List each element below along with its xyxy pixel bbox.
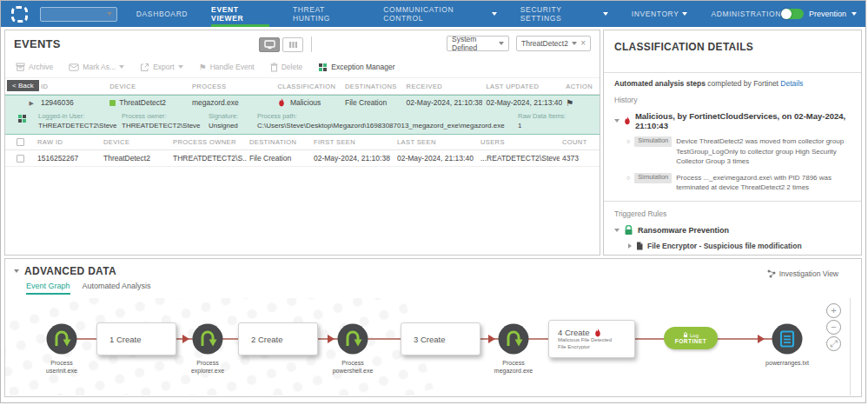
tab-automated-analysis[interactable]: Automated Analysis [83,282,151,295]
classification-details-panel: CLASSIFICATION DETAILS Automated analysi… [603,30,862,256]
col-destinations[interactable]: DESTINATIONS [341,83,403,90]
chevron-down-icon[interactable] [614,229,620,232]
mark-as-label: Mark As... [83,63,116,71]
toggle-knob [781,9,792,19]
back-button[interactable]: < Back [7,80,39,91]
exception-grid-icon[interactable] [17,114,27,123]
tab-event-graph[interactable]: Event Graph [26,282,70,295]
investigation-view-label: Investigation View [779,269,838,278]
saved-filter-select[interactable]: System Defined [447,36,509,51]
process-view-button[interactable] [282,37,303,52]
organization-select[interactable] [40,7,117,22]
divider [604,72,861,73]
history-item: ○ Simulation Device ThreatDetect2 was mo… [626,136,851,167]
col-raw-first-seen[interactable]: FIRST SEEN [311,138,394,146]
badge-line2: FORTINET [675,338,707,344]
row-checkbox[interactable] [17,155,24,163]
chevron-down-icon[interactable] [851,12,857,16]
col-raw-count[interactable]: COUNT [560,138,598,146]
nav-event-viewer[interactable]: EVENT VIEWER [211,1,269,27]
history-header[interactable]: Malicious, by FortinetCloudServices, on … [614,111,851,130]
col-id[interactable]: ID [37,83,106,90]
raw-last-seen: 02-May-2024, 21:13:40 [394,154,478,163]
chevron-down-icon[interactable] [614,119,620,123]
col-last-updated[interactable]: LAST UPDATED [482,83,562,90]
chevron-down-icon[interactable] [119,65,124,69]
event-graph-canvas[interactable]: Processuserinit.exe 1 Create Processexpl… [5,298,851,395]
raw-id: 1516252267 [35,154,101,163]
expand-row-icon[interactable]: ▶ [30,100,34,106]
event-search-input[interactable]: ThreatDetect2 × [516,36,591,51]
graph-zoom-controls: + − ⤢ [826,303,841,351]
chevron-right-icon[interactable] [628,243,632,249]
nav-dashboard[interactable]: DASHBOARD [136,1,188,27]
col-raw-destination[interactable]: DESTINATION [247,138,311,146]
zoom-out-button[interactable]: − [826,320,841,335]
prevention-toggle[interactable] [781,9,804,19]
delete-button[interactable]: Delete [270,63,303,72]
edge-box-3-create[interactable]: 3 Create [401,322,480,355]
col-raw-process-owner[interactable]: PROCESS OWNER [170,138,247,146]
log-action-badge[interactable]: Log FORTINET [664,327,718,349]
collapse-section-icon[interactable] [14,269,19,273]
select-all-checkbox[interactable] [17,138,24,146]
raw-table-header: RAW ID DEVICE PROCESS OWNER DESTINATION … [5,135,600,150]
edge-box-2-create[interactable]: 2 Create [238,322,318,355]
bullet-icon: ○ [626,173,630,193]
col-raw-id[interactable]: RAW ID [35,138,101,146]
edge-label: 1 Create [109,335,141,344]
details-link[interactable]: Details [780,79,803,88]
col-raw-users[interactable]: USERS [478,138,560,146]
handle-event-button[interactable]: ⚑ Handle Event [199,63,255,72]
rule-file-encryptor[interactable]: File Encryptor - Suspicious file modific… [628,242,851,250]
process-node-explorer[interactable] [191,322,224,355]
arrowhead-icon [182,335,189,343]
investigation-view-button[interactable]: Investigation View [767,269,838,278]
chevron-down-icon[interactable] [178,65,183,69]
col-device[interactable]: DEVICE [106,83,189,90]
col-action[interactable]: ACTION [562,83,600,90]
col-raw-device[interactable]: DEVICE [101,138,170,146]
mark-as-button[interactable]: Mark As... [69,63,124,71]
process-node-userinit[interactable] [45,322,78,355]
nav-administration[interactable]: ADMINISTRATION [711,1,781,27]
device-view-button[interactable] [259,37,280,52]
event-row[interactable]: ▶ 12946036 ThreatDetect2 megazord.exe Ma… [5,96,600,110]
col-received[interactable]: RECEIVED [403,83,483,90]
nav-communication-control[interactable]: COMMUNICATION CONTROL [383,1,497,27]
file-node-powerranges[interactable] [771,322,804,355]
raw-data-row[interactable]: 1516252267 ThreatDetect2 THREATDETECT2\S… [5,150,600,167]
export-button[interactable]: Export [140,63,183,72]
raw-first-seen: 02-May-2024, 21:10:38 [311,154,394,163]
rule-group-ransomware[interactable]: Ransomware Prevention [614,225,851,236]
clear-search-icon[interactable]: × [580,39,586,48]
export-icon [140,63,149,72]
zoom-fit-button[interactable]: ⤢ [826,336,841,351]
history-header-text: Malicious, by FortinetCloudServices, on … [635,111,851,130]
action-flag-icon[interactable]: ⚑ [566,98,573,108]
nav-inventory[interactable]: INVENTORY [632,1,688,27]
event-device: ThreatDetect2 [119,98,166,107]
col-raw-last-seen[interactable]: LAST SEEN [394,138,478,146]
document-icon [636,242,643,250]
col-process[interactable]: PROCESS [189,83,275,90]
zoom-in-button[interactable]: + [826,303,841,318]
events-toolbar: Archive Mark As... Export ⚑ Handle Event [5,56,600,78]
archive-button[interactable]: Archive [16,63,53,71]
edge-box-1-create[interactable]: 1 Create [96,322,176,355]
bullet-icon: ○ [626,136,630,167]
col-classification[interactable]: CLASSIFICATION [275,83,341,90]
signature-value: Unsigned [209,122,257,129]
process-node-powershell[interactable] [336,322,369,355]
chevron-down-icon[interactable] [572,42,577,45]
logged-in-user-label: Logged-in User: [38,112,122,120]
nav-threat-hunting[interactable]: THREAT HUNTING [293,1,360,27]
process-node-megazord[interactable] [497,322,530,355]
exception-manager-button[interactable]: Exception Manager [318,63,394,72]
raw-process-owner: THREATDETECT2\S... [170,154,247,163]
top-navigation: DASHBOARD EVENT VIEWER THREAT HUNTING CO… [1,1,865,27]
advanced-data-panel: ADVANCED DATA Investigation View Event G… [4,258,862,397]
edge-box-4-create[interactable]: 4 Create Malicious File Detected File En… [548,320,635,358]
malicious-flame-icon [594,329,601,337]
nav-security-settings[interactable]: SECURITY SETTINGS [520,1,608,27]
